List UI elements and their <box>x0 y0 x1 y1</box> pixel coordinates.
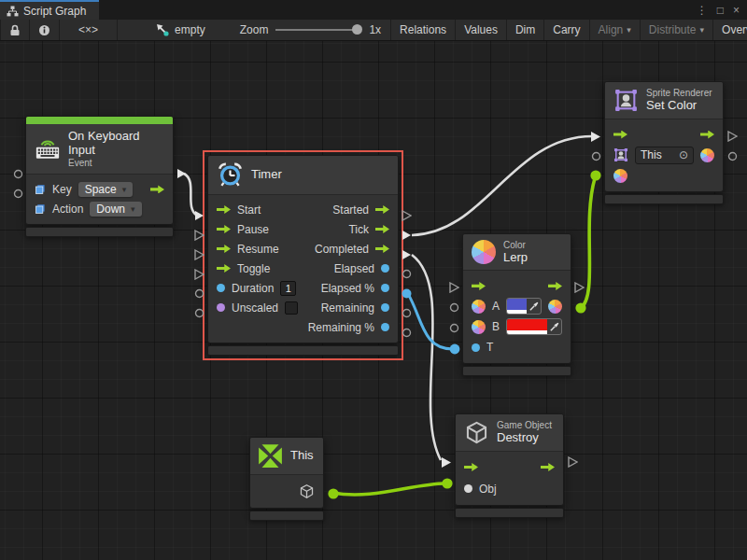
port-lerp-flow-out[interactable] <box>574 282 585 293</box>
port-a-in[interactable] <box>449 302 459 313</box>
node-header: Timer <box>208 156 398 195</box>
object-picker-icon[interactable]: ⊙ <box>679 148 688 161</box>
port-started-out[interactable] <box>402 210 412 221</box>
key-dropdown[interactable]: Space▾ <box>78 182 134 197</box>
info-icon <box>38 24 50 36</box>
unscaled-checkbox[interactable] <box>285 301 298 315</box>
duration-input[interactable]: 1 <box>280 281 296 296</box>
node-destroy[interactable]: Game Object Destroy Obj <box>455 413 564 518</box>
wire-tick-to-setcolor[interactable] <box>412 136 592 235</box>
node-header: This <box>250 438 323 475</box>
color-b-field[interactable] <box>506 318 562 335</box>
port-resume-in[interactable] <box>194 249 204 260</box>
enum-icon <box>35 203 46 215</box>
distribute-button[interactable]: Distribute▾ <box>641 20 713 40</box>
flow-in-arrow <box>472 282 486 290</box>
overview-button[interactable]: Overview <box>713 20 747 40</box>
port-remaining-out[interactable] <box>402 308 412 318</box>
toolbar-right-buttons: Relations Values Dim Carry Align▾ Distri… <box>390 20 747 40</box>
graph-state-label: empty <box>175 23 205 36</box>
port-setcolor-flow-out[interactable] <box>727 131 738 142</box>
this-output-row <box>250 480 323 502</box>
port-key-in[interactable] <box>13 169 23 179</box>
node-on-keyboard-input[interactable]: On Keyboard Input Event Key Space▾ Actio… <box>25 116 174 237</box>
port-lerp-result-out[interactable] <box>575 302 586 314</box>
node-footer <box>25 227 174 237</box>
setcolor-color-row <box>605 165 723 186</box>
relations-button[interactable]: Relations <box>390 20 456 40</box>
port-elapsed-pct-out[interactable] <box>402 288 412 299</box>
port-this-out[interactable] <box>328 488 339 499</box>
port-setcolor-value-out[interactable] <box>727 151 738 161</box>
values-button[interactable]: Values <box>456 20 507 40</box>
flow-out-arrow <box>150 185 164 193</box>
float-in-dot <box>472 343 480 352</box>
node-header: Game Object Destroy <box>456 414 563 452</box>
port-destroy-flow-in[interactable] <box>441 456 452 469</box>
float-out-dot <box>381 303 389 312</box>
info-button[interactable] <box>30 20 60 40</box>
port-trigger-out[interactable] <box>176 168 187 179</box>
timer-icon <box>217 161 244 189</box>
align-button[interactable]: Align▾ <box>590 20 641 40</box>
node-this[interactable]: This <box>249 437 324 521</box>
zoom-slider[interactable] <box>275 29 361 31</box>
port-setcolor-flow-in[interactable] <box>590 131 601 143</box>
node-set-color[interactable]: Sprite Renderer Set Color This ⊙ <box>604 81 724 204</box>
eyedropper-icon[interactable] <box>547 319 561 334</box>
port-tick-out[interactable] <box>402 230 412 241</box>
node-timer[interactable]: Timer Start Started Pause Tick Resume Co… <box>207 155 399 356</box>
port-obj-in[interactable] <box>442 478 453 489</box>
insert-node-button[interactable]: <×> <box>60 20 118 40</box>
game-object-cube-icon <box>464 420 489 445</box>
node-footer <box>604 194 724 204</box>
chevron-down-icon: ▾ <box>700 25 705 35</box>
flow-in-arrow <box>217 264 231 273</box>
destroy-obj-row: Obj <box>456 478 563 499</box>
dim-button[interactable]: Dim <box>507 20 544 40</box>
wire-completed-to-destroy[interactable] <box>412 255 441 460</box>
node-category: Color <box>503 240 528 251</box>
lock-button[interactable] <box>0 20 30 40</box>
port-remaining-pct-out[interactable] <box>402 328 412 338</box>
port-t-in[interactable] <box>449 343 460 355</box>
port-b-in[interactable] <box>449 323 459 333</box>
color-type-icon <box>472 320 486 334</box>
port-destroy-flow-out[interactable] <box>568 456 578 468</box>
color-type-icon <box>472 300 486 314</box>
tab-title: Script Graph <box>23 5 86 18</box>
port-unscaled-in[interactable] <box>194 308 204 318</box>
port-completed-out[interactable] <box>402 249 412 260</box>
carry-button[interactable]: Carry <box>544 20 589 40</box>
zoom-slider-handle[interactable] <box>352 24 362 35</box>
flow-out-arrow <box>375 225 389 233</box>
port-color-in[interactable] <box>590 170 601 181</box>
wire-elapsedpct-to-lerp-t[interactable] <box>408 294 453 349</box>
self-icon <box>258 443 283 469</box>
game-object-cube-icon <box>299 483 315 499</box>
node-title: Destroy <box>497 431 552 445</box>
port-elapsed-out[interactable] <box>402 269 412 279</box>
node-footer <box>455 508 564 518</box>
window-controls: ⋮ □ × <box>697 0 747 20</box>
sprite-renderer-icon <box>613 88 639 113</box>
node-color-lerp[interactable]: Color Lerp A <box>462 233 571 376</box>
target-object-field[interactable]: This ⊙ <box>635 147 694 164</box>
port-toggle-in[interactable] <box>194 269 204 280</box>
window-menu-button[interactable]: ⋮ <box>697 4 708 17</box>
port-target-in[interactable] <box>591 151 601 161</box>
port-pause-in[interactable] <box>194 230 204 241</box>
graph-canvas[interactable]: On Keyboard Input Event Key Space▾ Actio… <box>0 41 747 560</box>
port-lerp-flow-in[interactable] <box>449 282 459 293</box>
port-action-in[interactable] <box>13 189 23 199</box>
eyedropper-icon[interactable] <box>527 299 541 314</box>
window-close-button[interactable]: × <box>733 4 740 17</box>
tab-script-graph[interactable]: Script Graph <box>0 0 99 20</box>
port-duration-in[interactable] <box>194 288 204 299</box>
alpha-bar <box>507 330 547 334</box>
wire-this-to-destroy-obj[interactable] <box>332 483 445 495</box>
window-maximize-button[interactable]: □ <box>717 4 724 17</box>
action-dropdown[interactable]: Down▾ <box>90 202 141 217</box>
port-start-in[interactable] <box>194 210 204 221</box>
color-a-field[interactable] <box>506 298 542 315</box>
